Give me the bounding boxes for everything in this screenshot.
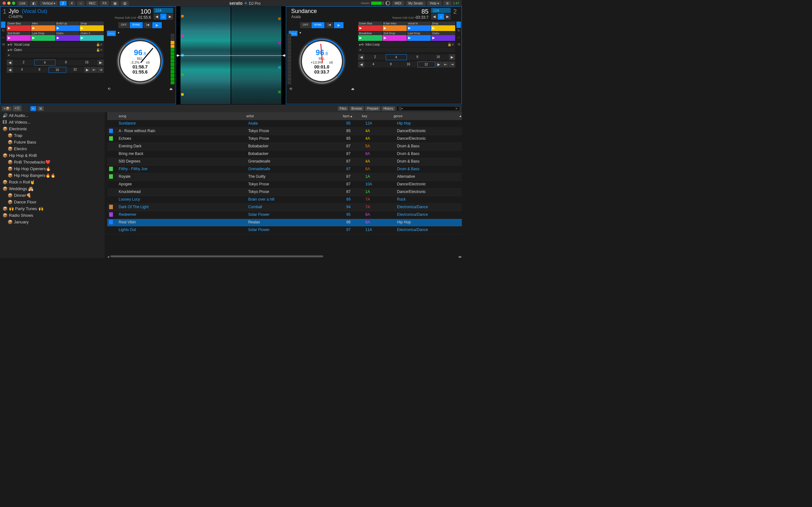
deck1-sync-button[interactable]: SYNC [130, 22, 143, 28]
col-key[interactable]: key [360, 113, 392, 119]
beatjump-icon[interactable]: ⇤ [91, 67, 97, 73]
deck2-prev-track-icon[interactable]: |◀ [325, 22, 333, 28]
deck2-prev-icon[interactable]: ◀ [431, 14, 438, 20]
crate-item[interactable]: 📦Radio Shows [0, 212, 105, 219]
track-row[interactable]: Dark Of The LightComball947AElectronica/… [107, 204, 462, 211]
layout-dropdown[interactable]: Vertical ▾ [40, 1, 58, 6]
cue-pad[interactable]: 2nd Build [7, 32, 31, 41]
crate-item[interactable]: 📦Trap [0, 132, 105, 139]
loop-slot[interactable]: ▸⟲Outro🔓✕ [7, 48, 104, 52]
splitter-handle[interactable]: ⋮ [105, 112, 107, 258]
cue-pad[interactable]: Down Bea [7, 21, 31, 31]
track-row[interactable]: SundanceAsala8512AHip Hop [107, 120, 462, 128]
deck2-censor-icon[interactable]: ⟲ [289, 87, 292, 91]
track-row[interactable]: Lights OutSolar Flower9711AElectronica/D… [107, 227, 462, 234]
track-row[interactable]: Loosey LucyBrain over a hill897ARock [107, 196, 462, 204]
beat-value[interactable]: 2 [365, 54, 386, 60]
deck2-headphone-icon[interactable]: ∩ [456, 36, 461, 42]
deck2-loop-mode[interactable]: ⟲ [456, 43, 461, 49]
beatjump-icon[interactable]: ⇥ [97, 67, 104, 73]
deck1-prev-icon[interactable]: ◀ [154, 14, 160, 20]
track-row[interactable]: EchoesTokyo Prose854ADance/Electronic [107, 135, 462, 143]
close-icon[interactable] [3, 2, 6, 5]
deck2-hotcue-mode[interactable] [456, 21, 461, 28]
deck2-key[interactable]: 12A [431, 8, 451, 13]
browse-tab[interactable]: Browse [350, 106, 364, 111]
add-smart-crate-icon[interactable]: +ⓢ [13, 106, 21, 111]
beat-value[interactable]: 32 [417, 61, 435, 67]
beat-value[interactable]: 32 [67, 67, 84, 73]
cue-pad[interactable]: Down Bea [358, 21, 382, 31]
deck1-hotcue-mode[interactable] [1, 21, 5, 28]
deck2-platter[interactable]: 96.8 REL +13.9%±8 00:01.0 03:33.7 [298, 38, 346, 85]
beat-value[interactable]: 8 [31, 67, 48, 73]
track-row[interactable]: A - Rose without RainTokyo Prose854ADanc… [107, 128, 462, 135]
crate-item[interactable]: 🎞All Videos... [0, 119, 105, 125]
deck2-bpm[interactable]: 85 [392, 8, 428, 15]
headphone-icon[interactable]: ∩ [77, 1, 84, 6]
cue-pad[interactable]: Intro [31, 21, 55, 31]
deck2-repeat[interactable]: Repeat [392, 16, 402, 19]
crate-item[interactable]: 📦Future Bass [0, 139, 105, 146]
settings-icon[interactable]: ⚙ [444, 1, 451, 6]
maximize-icon[interactable] [12, 2, 15, 5]
track-row[interactable]: RedeemerSolar Flower958AElectronica/Danc… [107, 211, 462, 219]
beat-value[interactable]: 8 [56, 60, 77, 66]
beat-left-icon[interactable]: ◀ [358, 61, 364, 67]
deck2-flip-mode[interactable]: ↻ [456, 29, 461, 35]
beat-value[interactable]: 4 [365, 61, 382, 67]
cue-pad[interactable]: 8 bar Intro [383, 21, 407, 31]
col-menu-icon[interactable]: ◂ [457, 113, 462, 119]
track-row[interactable]: Filthy - Filthy JoeGrenadesafe876ADrum &… [107, 166, 462, 173]
add-crate-icon[interactable]: +📦 [2, 106, 11, 111]
beat-value[interactable]: 4 [386, 54, 407, 60]
track-row[interactable]: 500 DegreesGrenadesafe874ADrum & Bass [107, 158, 462, 166]
beat-value[interactable]: 4 [34, 60, 55, 66]
deck1-slip-icon[interactable]: ▭▭ [107, 31, 116, 36]
cue-pad[interactable]: Breakdow [358, 32, 382, 41]
beat-value[interactable]: 2 [13, 60, 34, 66]
view-list-icon[interactable]: ≡ [31, 106, 36, 111]
col-artist[interactable]: artist [244, 113, 341, 119]
deck1-eject-icon[interactable]: ⏏ [169, 87, 172, 91]
beat-left-icon[interactable]: ◀ [358, 54, 364, 60]
deck1-loop-mode[interactable]: ⟲ [1, 43, 5, 49]
crate-item[interactable]: 📦Dance Floor [0, 199, 105, 205]
beat-value[interactable]: 8 [407, 54, 428, 60]
crate-item[interactable]: 📦🙌 Party Tunes 🙌 [0, 205, 105, 212]
view-grid-icon[interactable]: ⊞ [38, 106, 44, 111]
link-button[interactable]: Link [17, 1, 28, 6]
deck1-keylock-dropdown[interactable]: ▾ [118, 31, 119, 36]
cue-pad[interactable]: Build Up [55, 21, 80, 31]
midi-button[interactable]: MIDI [392, 1, 404, 6]
col-bpm[interactable]: bpm ▴ [341, 113, 360, 119]
beat-right-icon[interactable]: ▶ [84, 67, 90, 73]
deck1-editgrid[interactable]: Edit Grid [125, 16, 136, 19]
deck1-key[interactable]: 12A [154, 8, 173, 13]
search-input[interactable]: Q▾✕ [397, 106, 460, 111]
deck2-play-button[interactable]: ▶ [334, 22, 344, 28]
col-song[interactable]: song [117, 113, 244, 119]
crate-item[interactable]: 🔊All Audio... [0, 112, 105, 119]
my-serato-button[interactable]: My Serato [406, 1, 426, 6]
loop-slot[interactable]: ▸⟲Intro Loop🔓✕ [358, 42, 455, 47]
deck1-repeat[interactable]: Repeat [115, 16, 124, 19]
deck-count-4[interactable]: 4 [68, 1, 75, 6]
beatjump-icon[interactable]: ⇤ [442, 61, 449, 67]
deck1-headphone-icon[interactable]: ∩ [1, 36, 5, 42]
cue-pad[interactable]: Drop [431, 21, 455, 31]
cue-pad[interactable]: Last Drop [407, 32, 431, 41]
crate-item[interactable]: 📦RnB Throwbacks❤️ [0, 159, 105, 165]
cue-pad[interactable]: Outro [431, 32, 455, 41]
rec-button[interactable]: REC [86, 1, 98, 6]
deck1-platter[interactable]: 96.8 REL -3.2%±8 01:58.7 01:55.6 [116, 38, 164, 85]
loop-add[interactable]: + [7, 53, 104, 58]
beatgrid-icon[interactable]: ▥ [121, 1, 129, 6]
deck1-play-button[interactable]: ▶ [152, 22, 162, 28]
deck1-sync-off[interactable]: OFF [118, 22, 129, 28]
deck1-prev-track-icon[interactable]: |◀ [143, 22, 151, 28]
track-row[interactable]: ApogeeTokyo Prose8710ADance/Electronic [107, 181, 462, 188]
crate-item[interactable]: 📦Hip Hop Bangers🔥🔥 [0, 172, 105, 179]
deck2-keylock-dropdown[interactable]: ▾ [299, 31, 301, 36]
track-row[interactable]: RoyaleThe Guilty871AAlternative [107, 173, 462, 181]
